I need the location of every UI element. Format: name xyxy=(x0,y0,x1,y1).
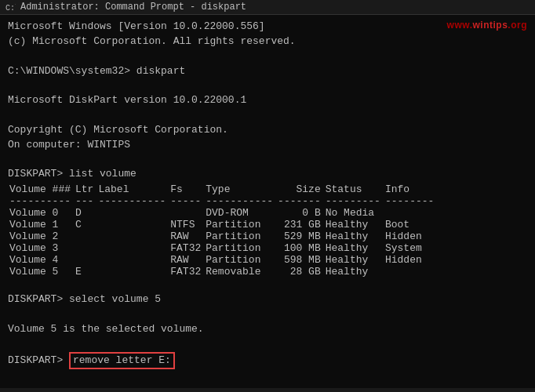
after-table-line-0 xyxy=(8,278,527,292)
table-cell: Volume 0 xyxy=(9,207,75,219)
table-cell: 529 MB xyxy=(278,230,326,242)
table-row: Volume 2RAWPartition529 MBHealthyHidden xyxy=(9,230,439,242)
last-prompt-line: DISKPART> remove letter E: xyxy=(8,352,527,370)
line-2: (c) Microsoft Corporation. All rights re… xyxy=(8,34,527,49)
col-header-info: Info xyxy=(385,183,439,195)
table-row: Volume 0DDVD-ROM0 BNo Media xyxy=(9,207,439,219)
table-divider-row: ---------- --- ----------- ----- -------… xyxy=(9,195,439,207)
div-info: -------- xyxy=(385,195,439,207)
cmd-icon: C:\ xyxy=(5,2,16,13)
table-cell: 0 B xyxy=(278,207,326,219)
table-cell xyxy=(98,207,170,219)
div-size: ------- xyxy=(278,195,326,207)
line-10 xyxy=(8,153,527,168)
div-vol: ---------- xyxy=(9,195,75,207)
table-cell: 100 MB xyxy=(278,242,326,254)
watermark-prefix: www. xyxy=(447,20,473,31)
watermark-brand: wintips xyxy=(472,20,508,31)
terminal: www.wintips.org Microsoft Windows [Versi… xyxy=(0,15,535,388)
table-cell: No Media xyxy=(326,207,385,219)
table-cell: Volume 1 xyxy=(9,219,75,230)
div-label: ----------- xyxy=(98,195,170,207)
line-5 xyxy=(8,78,527,93)
table-cell xyxy=(75,254,98,266)
table-cell xyxy=(385,207,439,219)
table-cell: E xyxy=(75,266,98,278)
table-row: Volume 3FAT32Partition100 MBHealthySyste… xyxy=(9,242,439,254)
table-cell: RAW xyxy=(170,254,206,266)
after-table-line-2 xyxy=(8,307,527,322)
table-cell: Healthy xyxy=(326,242,385,254)
table-row: Volume 4RAWPartition598 MBHealthyHidden xyxy=(9,254,439,266)
table-cell: Partition xyxy=(206,219,278,230)
div-fs: ----- xyxy=(170,195,206,207)
table-cell: Healthy xyxy=(326,254,385,266)
table-cell: Boot xyxy=(385,219,439,230)
line-4: C:\WINDOWS\system32> diskpart xyxy=(8,64,527,79)
after-table-line-1: DISKPART> select volume 5 xyxy=(8,292,527,307)
table-cell: Partition xyxy=(206,254,278,266)
table-cell: C xyxy=(75,219,98,230)
table-cell: Removable xyxy=(206,266,278,278)
volume-table: Volume ### Ltr Label Fs Type Size Status… xyxy=(9,183,439,278)
col-header-type: Type xyxy=(206,183,278,195)
table-cell: Hidden xyxy=(385,230,439,242)
table-cell: D xyxy=(75,207,98,219)
table-cell: Hidden xyxy=(385,254,439,266)
table-row: Volume 5EFAT32Removable28 GBHealthy xyxy=(9,266,439,278)
col-header-vol: Volume ### xyxy=(9,183,75,195)
table-cell xyxy=(98,254,170,266)
table-cell: 28 GB xyxy=(278,266,326,278)
table-cell: 231 GB xyxy=(278,219,326,230)
volume-table-section: Volume ### Ltr Label Fs Type Size Status… xyxy=(8,183,527,278)
table-cell: Volume 3 xyxy=(9,242,75,254)
table-cell: 598 MB xyxy=(278,254,326,266)
table-cell: Healthy xyxy=(326,230,385,242)
line-6: Microsoft DiskPart version 10.0.22000.1 xyxy=(8,93,527,108)
col-header-label: Label xyxy=(98,183,170,195)
line-8: Copyright (C) Microsoft Corporation. xyxy=(8,123,527,138)
col-header-size: Size xyxy=(278,183,326,195)
table-cell: RAW xyxy=(170,230,206,242)
watermark: www.wintips.org xyxy=(447,20,527,31)
svg-text:C:\: C:\ xyxy=(5,4,16,13)
last-command-box: remove letter E: xyxy=(69,352,175,370)
table-cell xyxy=(98,219,170,230)
table-cell xyxy=(170,207,206,219)
table-header-row: Volume ### Ltr Label Fs Type Size Status… xyxy=(9,183,439,195)
table-cell: Volume 5 xyxy=(9,266,75,278)
title-bar-label: Administrator: Command Prompt - diskpart xyxy=(20,2,246,13)
line-7 xyxy=(8,108,527,123)
col-header-fs: Fs xyxy=(170,183,206,195)
after-table-line-3: Volume 5 is the selected volume. xyxy=(8,322,527,337)
last-prompt-text: DISKPART> xyxy=(8,354,69,366)
table-cell xyxy=(98,242,170,254)
table-row: Volume 1CNTFSPartition231 GBHealthyBoot xyxy=(9,219,439,230)
line-3 xyxy=(8,49,527,64)
table-cell: FAT32 xyxy=(170,266,206,278)
table-cell: Partition xyxy=(206,242,278,254)
col-header-status: Status xyxy=(326,183,385,195)
watermark-suffix: .org xyxy=(508,20,527,31)
title-bar: C:\ Administrator: Command Prompt - disk… xyxy=(0,0,535,15)
table-cell: FAT32 xyxy=(170,242,206,254)
after-table-lines: DISKPART> select volume 5 Volume 5 is th… xyxy=(8,278,527,351)
table-cell: Healthy xyxy=(326,266,385,278)
col-header-ltr: Ltr xyxy=(75,183,98,195)
table-cell xyxy=(75,242,98,254)
table-cell: DVD-ROM xyxy=(206,207,278,219)
line-9: On computer: WINTIPS xyxy=(8,138,527,153)
after-table-line-4 xyxy=(8,337,527,352)
table-cell: Healthy xyxy=(326,219,385,230)
div-ltr: --- xyxy=(75,195,98,207)
table-cell: Partition xyxy=(206,230,278,242)
table-cell xyxy=(98,266,170,278)
table-cell: Volume 4 xyxy=(9,254,75,266)
table-cell xyxy=(385,266,439,278)
table-cell xyxy=(75,230,98,242)
table-cell: System xyxy=(385,242,439,254)
table-cell: NTFS xyxy=(170,219,206,230)
div-type: ----------- xyxy=(206,195,278,207)
div-status: --------- xyxy=(326,195,385,207)
table-cell xyxy=(98,230,170,242)
